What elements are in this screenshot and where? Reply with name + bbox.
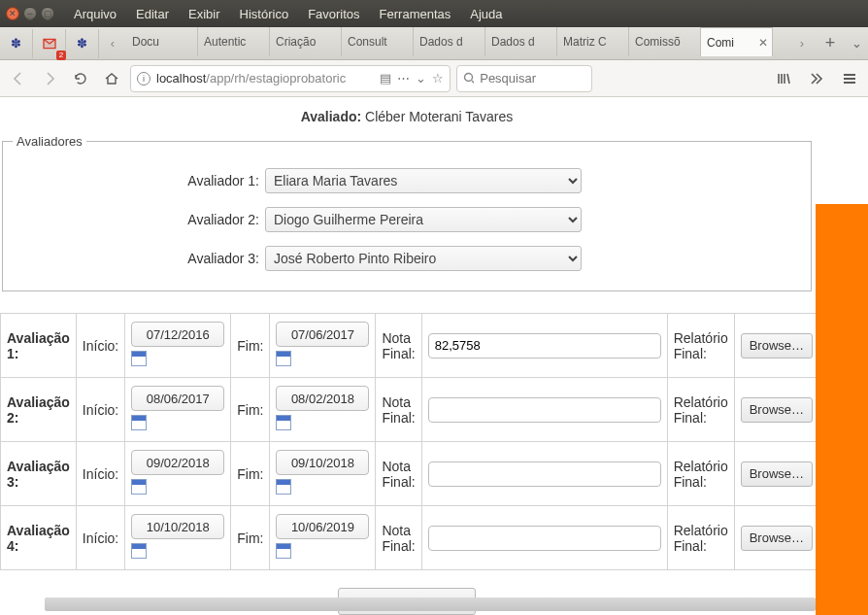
new-tab-button[interactable]: + bbox=[816, 33, 845, 53]
overflow-button[interactable] bbox=[804, 66, 829, 91]
tab-comi-active[interactable]: Comi✕ bbox=[701, 27, 773, 56]
nota-final-input[interactable] bbox=[428, 461, 661, 487]
nota-label: Nota Final: bbox=[376, 314, 421, 378]
tab-scroll-right[interactable]: › bbox=[788, 29, 816, 58]
browser-toolbar: i localhost/app/rh/estagioprobatoric ▤ ⋯… bbox=[0, 60, 868, 97]
menu-favoritos[interactable]: Favoritos bbox=[300, 7, 367, 21]
home-button[interactable] bbox=[99, 66, 124, 91]
fim-cell bbox=[270, 506, 376, 570]
table-row: Avaliação 4:Início:Fim:Nota Final:Relató… bbox=[1, 506, 819, 570]
avaliacao-title: Avaliação 3: bbox=[1, 442, 77, 506]
avaliador1-select[interactable]: Eliara Maria Tavares bbox=[265, 168, 582, 193]
window-controls: ✕ – ▢ bbox=[6, 7, 54, 20]
hamburger-icon bbox=[842, 71, 857, 86]
browse-button[interactable]: Browse… bbox=[741, 461, 813, 487]
nav-forward-button[interactable] bbox=[37, 66, 62, 91]
calendar-icon[interactable] bbox=[131, 351, 147, 366]
snowflake-icon: ✽ bbox=[77, 36, 87, 51]
avaliado-value: Cléber Moterani Tavares bbox=[365, 109, 513, 124]
avaliacao-title: Avaliação 4: bbox=[1, 506, 77, 570]
app-menu-button[interactable] bbox=[837, 66, 862, 91]
nota-label: Nota Final: bbox=[376, 506, 421, 570]
fim-input[interactable] bbox=[276, 322, 369, 347]
pinned-tab-gmail[interactable]: 2 bbox=[33, 29, 66, 58]
reload-button[interactable] bbox=[68, 66, 93, 91]
tab-consult[interactable]: Consult bbox=[342, 27, 414, 56]
bookmark-star-icon[interactable]: ☆ bbox=[432, 71, 444, 85]
calendar-icon[interactable] bbox=[276, 479, 291, 495]
search-bar[interactable] bbox=[456, 65, 592, 92]
menu-arquivo[interactable]: Arquivo bbox=[66, 7, 124, 21]
calendar-icon[interactable] bbox=[276, 351, 291, 366]
inicio-input[interactable] bbox=[131, 450, 224, 475]
avaliador2-select[interactable]: Diogo Guilherme Pereira bbox=[265, 207, 582, 232]
menu-ferramentas[interactable]: Ferramentas bbox=[372, 7, 459, 21]
window-minimize-button[interactable]: – bbox=[23, 7, 37, 20]
pocket-icon[interactable]: ⌄ bbox=[416, 71, 426, 85]
tab-dados-1[interactable]: Dados d bbox=[414, 27, 485, 56]
menu-ajuda[interactable]: Ajuda bbox=[462, 7, 510, 21]
library-icon bbox=[776, 71, 791, 86]
nav-back-button[interactable] bbox=[6, 66, 31, 91]
calendar-icon[interactable] bbox=[276, 415, 291, 430]
fim-cell bbox=[270, 378, 376, 442]
right-white-patch bbox=[816, 97, 868, 204]
tab-label: Comi bbox=[707, 36, 734, 50]
tab-docu[interactable]: Docu bbox=[126, 27, 198, 56]
calendar-icon[interactable] bbox=[131, 415, 147, 430]
fim-input[interactable] bbox=[276, 514, 369, 539]
menu-exibir[interactable]: Exibir bbox=[181, 7, 228, 21]
fim-input[interactable] bbox=[276, 386, 369, 411]
nota-cell bbox=[421, 314, 667, 378]
calendar-icon[interactable] bbox=[131, 543, 147, 559]
avaliador3-select[interactable]: José Roberto Pinto Ribeiro bbox=[265, 246, 582, 271]
url-text: localhost/app/rh/estagioprobatoric bbox=[156, 71, 374, 85]
calendar-icon[interactable] bbox=[276, 543, 291, 559]
nota-final-input[interactable] bbox=[428, 333, 661, 359]
window-maximize-button[interactable]: ▢ bbox=[41, 7, 54, 20]
tab-matriz[interactable]: Matriz C bbox=[557, 27, 629, 56]
tab-comissoes[interactable]: Comissõ bbox=[629, 27, 701, 56]
inicio-input[interactable] bbox=[131, 386, 224, 411]
url-bar[interactable]: i localhost/app/rh/estagioprobatoric ▤ ⋯… bbox=[130, 65, 451, 92]
tab-autentic[interactable]: Autentic bbox=[198, 27, 270, 56]
browse-button[interactable]: Browse… bbox=[741, 333, 813, 359]
fim-input[interactable] bbox=[276, 450, 369, 475]
tab-dados-2[interactable]: Dados d bbox=[485, 27, 557, 56]
browse-button[interactable]: Browse… bbox=[741, 397, 813, 423]
pinned-tab-1[interactable]: ✽ bbox=[0, 29, 33, 58]
inicio-input[interactable] bbox=[131, 514, 224, 539]
fim-label: Fim: bbox=[231, 506, 270, 570]
svg-point-0 bbox=[465, 74, 473, 82]
scrollbar-thumb[interactable] bbox=[45, 598, 816, 611]
browse-cell: Browse… bbox=[734, 314, 818, 378]
inicio-label: Início: bbox=[76, 442, 124, 506]
search-input[interactable] bbox=[480, 71, 585, 85]
tab-scroll-left[interactable]: ‹ bbox=[99, 29, 126, 58]
horizontal-scrollbar[interactable] bbox=[45, 598, 816, 611]
calendar-icon[interactable] bbox=[131, 479, 147, 495]
tab-criacao[interactable]: Criação bbox=[270, 27, 342, 56]
browse-button[interactable]: Browse… bbox=[741, 526, 813, 551]
menu-historico[interactable]: Histórico bbox=[232, 7, 297, 21]
page-actions-icon[interactable]: ⋯ bbox=[397, 71, 410, 85]
inicio-input[interactable] bbox=[131, 322, 224, 347]
avaliacoes-table: Avaliação 1:Início:Fim:Nota Final:Relató… bbox=[0, 313, 819, 570]
library-button[interactable] bbox=[771, 66, 796, 91]
avaliador3-label: Avaliador 3: bbox=[13, 251, 265, 266]
pinned-tab-3[interactable]: ✽ bbox=[66, 29, 99, 58]
browse-cell: Browse… bbox=[734, 378, 818, 442]
avaliacao-title: Avaliação 1: bbox=[1, 314, 77, 378]
tabs-dropdown-button[interactable]: ⌄ bbox=[845, 36, 868, 51]
reader-mode-icon[interactable]: ▤ bbox=[380, 71, 391, 85]
tab-label: Criação bbox=[276, 35, 316, 49]
menu-editar[interactable]: Editar bbox=[128, 7, 177, 21]
window-close-button[interactable]: ✕ bbox=[6, 7, 19, 20]
avaliacao-title: Avaliação 2: bbox=[1, 378, 77, 442]
tab-close-icon[interactable]: ✕ bbox=[758, 36, 768, 50]
avaliador2-label: Avaliador 2: bbox=[13, 212, 265, 227]
nota-final-input[interactable] bbox=[428, 397, 661, 423]
site-info-icon[interactable]: i bbox=[137, 72, 150, 85]
relatorio-label: Relatório Final: bbox=[667, 314, 734, 378]
nota-final-input[interactable] bbox=[428, 526, 661, 551]
